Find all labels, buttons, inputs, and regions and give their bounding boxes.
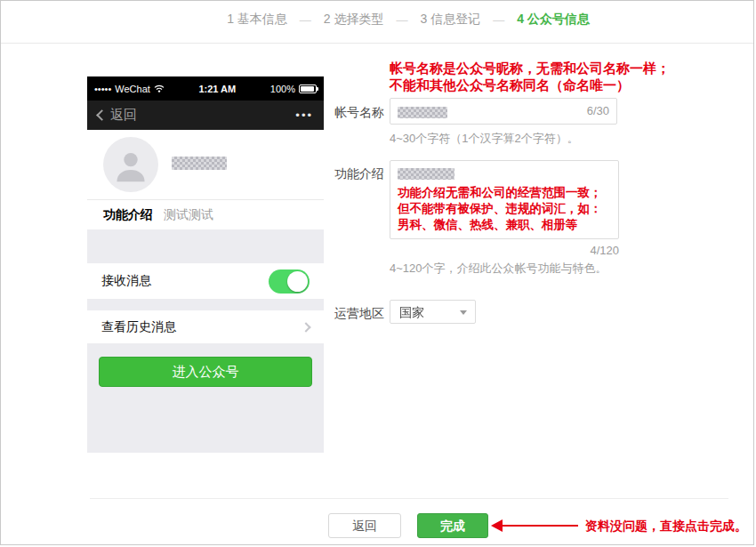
phone-status-bar: ••••• WeChat 1:21 AM 100% — [87, 76, 324, 101]
battery-percent: 100% — [270, 84, 295, 94]
chevron-down-icon — [460, 310, 467, 315]
battery-icon — [299, 84, 317, 93]
intro-annotation-line: 男科、微信、热线、兼职、相册等 — [398, 217, 602, 233]
intro-preview-value: 测试测试 — [164, 207, 213, 223]
avatar — [103, 137, 158, 192]
step-4-account-info: 4 公众号信息 — [517, 12, 590, 28]
intro-preview-row: 功能介绍 测试测试 — [87, 199, 324, 229]
account-name-helper: 4~30个字符（1个汉字算2个字符）。 — [390, 131, 579, 147]
phone-preview: ••••• WeChat 1:21 AM 100% 返回 ••• — [87, 76, 324, 453]
step-separator: — — [300, 13, 311, 27]
region-label: 运营地区 — [334, 306, 384, 322]
chevron-right-icon — [301, 322, 310, 332]
intro-annotation-line: 但不能带有被保护、违规的词汇，如： — [398, 201, 602, 217]
receive-messages-row[interactable]: 接收消息 — [87, 263, 324, 299]
back-chevron-icon[interactable] — [96, 109, 108, 121]
region-selected-value: 国家 — [399, 305, 424, 321]
finish-button[interactable]: 完成 — [417, 513, 488, 538]
account-profile-card — [87, 130, 324, 199]
intro-annotation: 功能介绍无需和公司的经营范围一致； 但不能带有被保护、违规的词汇，如： 男科、微… — [398, 185, 602, 233]
history-messages-label: 查看历史消息 — [101, 319, 176, 335]
enter-account-button[interactable]: 进入公众号 — [99, 357, 312, 387]
intro-counter: 4/120 — [390, 244, 619, 257]
step-1-basic-info: 1 基本信息 — [227, 12, 287, 28]
history-messages-row[interactable]: 查看历史消息 — [87, 310, 324, 343]
finish-annotation: 资料没问题，直接点击完成。 — [585, 519, 747, 535]
footer-divider — [90, 498, 728, 499]
more-menu-icon[interactable]: ••• — [295, 109, 313, 122]
account-name-input[interactable]: 6/30 — [390, 98, 617, 125]
status-time: 1:21 AM — [165, 84, 270, 94]
account-name-counter: 6/30 — [587, 104, 609, 117]
censored-account-name — [172, 157, 227, 170]
red-arrow-line — [502, 525, 578, 527]
account-name-label: 帐号名称 — [334, 105, 384, 121]
carrier-label: WeChat — [115, 84, 150, 94]
censored-account-name-value — [398, 107, 447, 118]
signal-dots-icon: ••••• — [94, 84, 111, 94]
region-select[interactable]: 国家 — [390, 300, 476, 324]
phone-nav-bar: 返回 ••• — [87, 101, 324, 130]
intro-textarea[interactable]: 功能介绍无需和公司的经营范围一致； 但不能带有被保护、违规的词汇，如： 男科、微… — [390, 160, 619, 239]
intro-preview-label: 功能介绍 — [103, 207, 153, 223]
step-3-info-register: 3 信息登记 — [421, 12, 481, 28]
intro-label: 功能介绍 — [334, 166, 384, 182]
intro-helper: 4~120个字，介绍此公众帐号功能与特色。 — [390, 261, 607, 277]
step-separator: — — [493, 13, 504, 27]
receive-toggle-on[interactable] — [269, 269, 310, 294]
registration-page: 1 基本信息 — 2 选择类型 — 3 信息登记 — 4 公众号信息 •••••… — [0, 0, 754, 545]
back-button[interactable]: 返回 — [328, 513, 401, 538]
account-name-annotation: 帐号名称是公众号昵称，无需和公司名称一样；不能和其他公众号名称同名（命名唯一） — [390, 60, 680, 93]
censored-intro-value — [398, 168, 454, 180]
intro-annotation-line: 功能介绍无需和公司的经营范围一致； — [398, 185, 602, 201]
steps-header: 1 基本信息 — 2 选择类型 — 3 信息登记 — 4 公众号信息 — [1, 12, 753, 28]
person-icon — [111, 146, 150, 185]
step-separator: — — [397, 13, 408, 27]
phone-back-label[interactable]: 返回 — [110, 107, 137, 124]
receive-messages-label: 接收消息 — [101, 273, 151, 289]
step-2-choose-type: 2 选择类型 — [324, 12, 384, 28]
header-divider — [1, 43, 753, 44]
wifi-icon — [154, 84, 165, 93]
